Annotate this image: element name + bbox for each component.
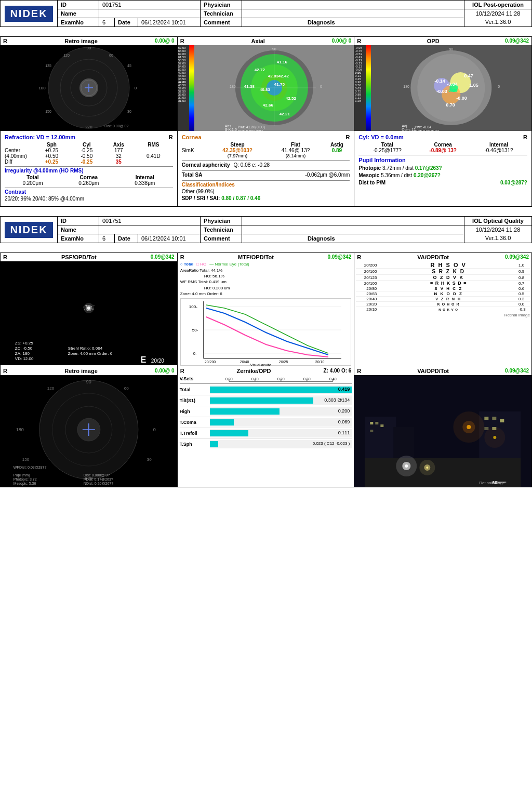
- svg-rect-150: [493, 417, 497, 420]
- sdp-label: SDP / SRI / SAI:: [182, 195, 222, 201]
- svg-text:30: 30: [147, 457, 152, 462]
- svg-text:-0.00: -0.00: [457, 96, 468, 101]
- retro-svg: 90 270 180 0 120 60 150 30 135 45 Dist: …: [37, 45, 141, 131]
- retinal-image-label: Retinal Image: [356, 313, 530, 317]
- zernike-sph-row: T.Sph 0.023 ( C12 -0.023 ): [180, 439, 352, 449]
- svg-text:PDist: 0.17@263?: PDist: 0.17@263?: [84, 477, 113, 481]
- svg-text:Strehl Ratio: 0.064: Strehl Ratio: 0.064: [68, 346, 103, 351]
- diagnosis-label: Diagnosis: [308, 19, 335, 25]
- svg-point-136: [405, 464, 408, 468]
- name-label2: Name: [58, 225, 99, 234]
- logo: NIDEK: [5, 6, 52, 22]
- totalsa-value: -0.062μm @6.0mm: [305, 172, 350, 178]
- name-value2: [99, 225, 201, 234]
- report-datetime: 10/12/2024 11:28: [464, 9, 531, 18]
- svg-text:0.70: 0.70: [446, 102, 456, 108]
- asphericity-label: Corneal asphericity: [182, 162, 230, 168]
- examno-label2: ExamNo: [58, 234, 99, 243]
- svg-point-139: [427, 467, 429, 469]
- other-value: Other (99.0%): [182, 189, 350, 194]
- zernike-trefoil-row: T.Trefoil 0.111: [180, 428, 352, 439]
- opd-image-panel: R OPD 0.09@342 -0.98 -0.75 -0.53 -0.43 -…: [354, 37, 531, 131]
- mtf-svg: 100- 50- 0- Contrast [%] 20/200 20/40 20…: [181, 299, 351, 366]
- svg-text:60': 60': [493, 480, 499, 485]
- zernike-tilt-row: Tilt(S1) 0.303 @134: [180, 395, 352, 406]
- svg-text:-0.04: -0.04: [447, 82, 458, 87]
- svg-text:Photopic: 3.72: Photopic: 3.72: [14, 477, 37, 482]
- retro-title: Retro image: [64, 38, 98, 44]
- svg-point-68: [91, 306, 92, 307]
- svg-text:20/40: 20/40: [240, 360, 249, 364]
- svg-point-71: [84, 309, 85, 310]
- cornea-panel: Cornea R Steep Flat Astig SimK 42.35@103…: [178, 131, 355, 206]
- id-label2: ID: [58, 217, 99, 225]
- svg-rect-132: [394, 427, 415, 458]
- svg-text:180: 180: [38, 86, 46, 90]
- svg-text:120: 120: [47, 386, 55, 391]
- night-photo-panel: R VA/OPD/Tot 0.09@342: [354, 367, 531, 487]
- cornea-title: Cornea: [182, 134, 202, 140]
- logo2: NIDEK: [5, 222, 52, 238]
- technician-label2: Technician: [201, 225, 242, 234]
- vsets-label: V.Sets: [180, 376, 210, 382]
- retro-side-label: R: [3, 38, 7, 44]
- svg-text:120: 120: [63, 54, 70, 57]
- svg-text:180: 180: [230, 85, 236, 88]
- svg-text:30: 30: [127, 110, 131, 113]
- astig-header: Astig: [324, 142, 350, 148]
- asphericity-values: Q: 0.08 e: -0.28: [234, 162, 270, 168]
- svg-text:180: 180: [404, 85, 410, 88]
- svg-point-67: [85, 305, 87, 307]
- steep-header: Steep: [208, 142, 268, 148]
- refraction-title: Refraction: VD = 12.00mm: [5, 134, 75, 140]
- report-datetime2: 10/12/2024 11:28: [464, 225, 531, 234]
- svg-text:Abs: Abs: [224, 124, 231, 128]
- svg-text:20/200: 20/200: [204, 360, 216, 364]
- physician-label: Physician: [201, 1, 242, 9]
- refraction-side: R: [169, 134, 173, 140]
- svg-point-66: [84, 303, 94, 313]
- svg-rect-149: [485, 417, 489, 420]
- id-label: ID: [58, 1, 99, 9]
- svg-text:0: 0: [320, 85, 322, 88]
- svg-rect-152: [485, 427, 489, 430]
- svg-text:41.75: 41.75: [274, 82, 285, 87]
- svg-text:150: 150: [22, 457, 30, 462]
- id-value2: 001751: [99, 217, 201, 225]
- date-value: 06/12/2024 10:01: [138, 18, 201, 27]
- technician-label: Technician: [201, 9, 242, 18]
- svg-text:Mesopic: 5.36: Mesopic: 5.36: [14, 482, 36, 486]
- svg-text:Zone: 4.00 mm Order: 6: Zone: 4.00 mm Order: 6: [68, 351, 113, 356]
- examno-value: 6: [99, 18, 115, 27]
- retro-bottom-svg: 90 270 180 0 120 60 150 30 Pupil[mm] Pho…: [1, 375, 177, 487]
- cyl-title: Cyl: VD = 0.0mm: [358, 134, 404, 140]
- svg-text:40.83: 40.83: [259, 87, 270, 92]
- svg-text:Dist: 0.00@ 0?: Dist: 0.00@ 0?: [104, 124, 129, 128]
- svg-text:135: 135: [45, 64, 51, 68]
- svg-text:0.40: 0.40: [329, 377, 337, 381]
- svg-text:Pwr: 41.20(0.00): Pwr: 41.20(0.00): [237, 125, 264, 129]
- simk-astig: 0.89: [324, 148, 350, 153]
- svg-text:0.00: 0.00: [449, 88, 458, 93]
- irregularity-title: Irregularity @4.00mm (HO RMS): [5, 168, 173, 174]
- photopic-dist: 0.17@263?: [415, 165, 442, 171]
- mtf-panel: R MTF/OPD/Tot 0.09@342 ○ Total □ HO — No…: [178, 253, 355, 367]
- zernike-zone: Z: 4.00 O: 6: [323, 368, 351, 374]
- photopic-label: Photopic: [358, 165, 382, 171]
- svg-text:-0.14: -0.14: [435, 78, 446, 84]
- psf-panel: R PSF/OPD/Tot 0.09@342 ZS: +0.: [1, 253, 178, 367]
- mesopic-value: 5.36mm / dist: [381, 172, 414, 178]
- axial-image-panel: R Axial 0.00@ 0 67.50 65.00 63.00 61.50 …: [178, 37, 355, 131]
- svg-text:20/10: 20/10: [315, 360, 324, 364]
- va-title: VA/OPD/Tot: [417, 254, 449, 260]
- svg-text:20/25: 20/25: [278, 360, 288, 364]
- svg-text:90: 90: [272, 47, 276, 51]
- svg-rect-146: [376, 422, 379, 424]
- svg-text:20/20: 20/20: [151, 358, 164, 364]
- svg-text:41.16: 41.16: [276, 60, 287, 64]
- svg-text:100-: 100-: [189, 304, 197, 309]
- svg-text:42.52: 42.52: [285, 96, 296, 101]
- mtf-title: MTF/OPD/Tot: [238, 254, 274, 260]
- refraction-panel: Refraction: VD = 12.00mm R Sph Cyl Axis …: [1, 131, 178, 206]
- zernike-high-row: High 0.200: [180, 406, 352, 417]
